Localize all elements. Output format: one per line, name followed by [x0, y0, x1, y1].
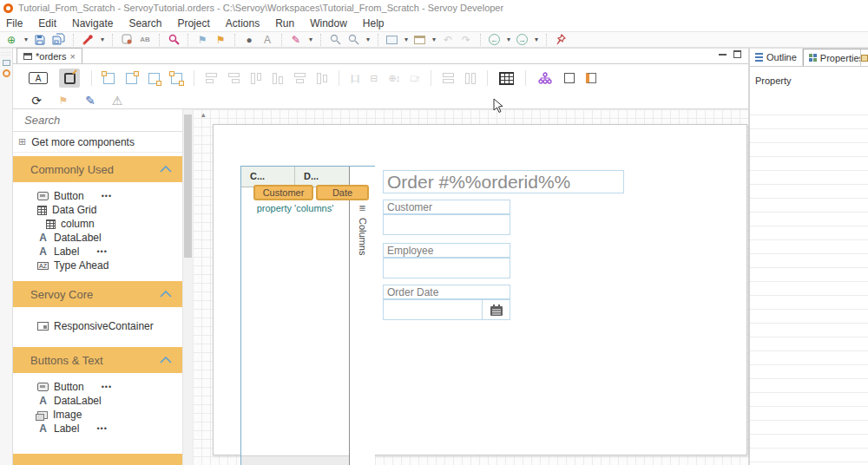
flag-blue-icon[interactable]: ⚑: [196, 33, 208, 47]
sash-collapse-icon[interactable]: ▴: [201, 110, 206, 119]
palette-item-button[interactable]: Button •••: [13, 380, 182, 394]
flag-orange-icon[interactable]: ⚑: [214, 33, 227, 47]
palette-scrollbar[interactable]: [182, 109, 193, 465]
close-tab-icon[interactable]: ×: [69, 51, 75, 62]
data-grid-component[interactable]: C... D... Customer Date property 'column…: [240, 166, 375, 465]
layout-dropdown-icon[interactable]: ▾: [432, 36, 436, 43]
anchor-top-right-icon[interactable]: [126, 73, 137, 84]
save-all-icon[interactable]: [52, 33, 65, 47]
palette-section-commonly-used[interactable]: Commonly Used: [13, 156, 182, 182]
more-options-icon[interactable]: •••: [102, 192, 112, 200]
calendar-button[interactable]: [482, 300, 510, 319]
pin-icon[interactable]: [555, 33, 567, 47]
customer-field[interactable]: [383, 214, 510, 235]
i18n-icon[interactable]: AB: [139, 33, 151, 47]
more-options-icon[interactable]: •••: [96, 424, 107, 433]
property-columns-link[interactable]: property 'columns': [241, 203, 349, 213]
service-icon[interactable]: [121, 33, 133, 47]
palette-section-partial[interactable]: [13, 454, 182, 465]
layout-icon[interactable]: [414, 36, 425, 44]
place-text-tool-icon[interactable]: A: [29, 72, 48, 84]
table-view-icon[interactable]: [499, 72, 514, 85]
place-container-tool-icon[interactable]: [59, 69, 80, 88]
menu-actions[interactable]: Actions: [226, 17, 260, 29]
menu-help[interactable]: Help: [363, 17, 385, 29]
grid-column-header[interactable]: C...: [241, 167, 295, 187]
form-surface[interactable]: C... D... Customer Date property 'column…: [213, 124, 747, 455]
palette-item-column[interactable]: column: [13, 217, 182, 231]
edit-hints-icon[interactable]: ✎: [82, 92, 98, 109]
grid-column-header[interactable]: D...: [295, 167, 349, 187]
forward-icon[interactable]: →: [516, 34, 528, 45]
refresh-icon[interactable]: ⟳: [29, 92, 44, 109]
anchor-bottom-right-icon[interactable]: [148, 73, 160, 84]
get-more-components-link[interactable]: ⊞ Get more components: [13, 132, 182, 153]
menu-navigate[interactable]: Navigate: [72, 17, 113, 29]
theme-dropdown-icon[interactable]: ▾: [309, 36, 312, 43]
palette-section-buttons-text[interactable]: Buttons & Text: [13, 347, 182, 373]
forward-dropdown-icon[interactable]: ▾: [535, 36, 538, 43]
order-date-label[interactable]: Order Date: [383, 285, 510, 299]
menu-file[interactable]: File: [6, 17, 23, 29]
save-icon[interactable]: [34, 33, 46, 47]
search-input[interactable]: [24, 114, 155, 127]
order-date-field[interactable]: [383, 299, 510, 320]
new-icon[interactable]: ⊕: [5, 33, 17, 47]
employee-field[interactable]: [383, 258, 510, 278]
palette-item-responsivecontainer[interactable]: ResponsiveContainer: [13, 319, 182, 333]
columns-side-strip[interactable]: ≣ Columns: [349, 167, 375, 465]
back-icon[interactable]: ←: [489, 34, 500, 45]
search-db-icon[interactable]: [168, 33, 180, 47]
back-dropdown-icon[interactable]: ▾: [507, 36, 510, 43]
zoom-out-icon[interactable]: [347, 33, 359, 47]
menu-project[interactable]: Project: [177, 17, 209, 29]
anchor-top-left-icon[interactable]: [103, 73, 115, 84]
flag-hint-icon[interactable]: ⚑: [56, 92, 71, 109]
palette-item-label[interactable]: A Label •••: [13, 422, 182, 436]
add-part-icon[interactable]: [586, 73, 596, 83]
menu-run[interactable]: Run: [275, 17, 294, 29]
order-title-label[interactable]: Order #%%orderid%%: [383, 170, 624, 193]
launch-icon[interactable]: [82, 33, 94, 47]
hierarchy-icon[interactable]: [537, 69, 553, 87]
servoy-perspective-icon[interactable]: [3, 69, 10, 77]
palette-item-label[interactable]: A Label •••: [13, 245, 182, 259]
more-options-icon[interactable]: •••: [96, 247, 107, 256]
globe-icon[interactable]: ●: [243, 33, 255, 47]
form-design-canvas[interactable]: ▴ C... D... Customer Date property 'colu…: [193, 109, 748, 465]
theme-editor-icon[interactable]: ✎: [290, 33, 302, 47]
maximize-icon[interactable]: [733, 50, 741, 58]
browser-icon[interactable]: [386, 36, 398, 44]
palette-item-image[interactable]: Image: [13, 408, 182, 422]
zoom-in-icon[interactable]: [329, 33, 341, 47]
tab-properties[interactable]: Properties ×: [803, 49, 868, 66]
tab-orders[interactable]: *orders ×: [16, 48, 82, 63]
palette-item-button[interactable]: Button •••: [13, 189, 182, 203]
new-dropdown-icon[interactable]: ▾: [24, 36, 28, 43]
employee-label[interactable]: Employee: [383, 243, 510, 258]
minimize-icon[interactable]: [719, 54, 727, 56]
more-options-icon[interactable]: •••: [102, 383, 112, 391]
palette-section-servoy-core[interactable]: Servoy Core: [13, 281, 182, 307]
tab-partial[interactable]: [860, 49, 868, 66]
zoom-dropdown-icon[interactable]: ▾: [366, 36, 370, 43]
select-all-icon[interactable]: [564, 73, 575, 83]
font-icon[interactable]: A: [261, 33, 273, 47]
scrollbar-thumb[interactable]: [184, 115, 192, 258]
menu-search[interactable]: Search: [128, 17, 161, 29]
restore-view-icon[interactable]: [3, 60, 10, 66]
column-tag-customer[interactable]: Customer: [253, 185, 313, 200]
tab-outline[interactable]: Outline: [750, 49, 803, 66]
launch-dropdown-icon[interactable]: ▾: [101, 36, 104, 43]
menu-edit[interactable]: Edit: [38, 17, 56, 29]
browser-dropdown-icon[interactable]: ▾: [404, 36, 408, 43]
menu-window[interactable]: Window: [310, 17, 347, 29]
warnings-icon[interactable]: ⚠: [109, 92, 125, 109]
columns-menu-icon[interactable]: ≣: [358, 203, 365, 213]
palette-item-datalabel[interactable]: A DataLabel: [13, 394, 182, 408]
column-tag-date[interactable]: Date: [316, 185, 369, 200]
palette-search-row[interactable]: [13, 109, 182, 132]
anchor-corners-icon[interactable]: [171, 73, 182, 84]
palette-item-datalabel[interactable]: A DataLabel: [13, 231, 182, 245]
customer-label[interactable]: Customer: [383, 200, 510, 214]
